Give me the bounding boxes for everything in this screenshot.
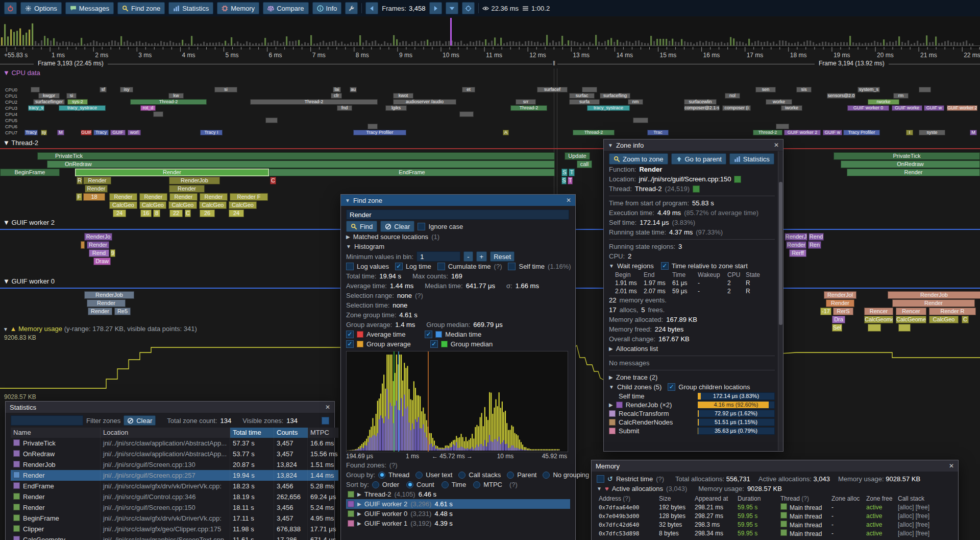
column-header-counts[interactable]: Counts <box>274 428 308 438</box>
legend-checkbox-group-average[interactable]: ✓ <box>346 340 354 348</box>
zone-beginframe[interactable]: BeginFrame <box>0 169 60 176</box>
search-input[interactable] <box>346 209 569 220</box>
time-relative-checkbox[interactable]: ✓ <box>661 262 669 270</box>
zone-surfaceflinger[interactable]: surfaceflinger <box>33 99 65 105</box>
zone-tracy-systrace[interactable]: tracy_systrace <box>59 105 106 111</box>
table-row-location[interactable]: jni/../jni/src/claw/application/Abstract… <box>101 438 230 449</box>
ignore-case-checkbox[interactable] <box>418 223 425 230</box>
zone-zone[interactable] <box>459 111 474 117</box>
zone-update[interactable]: Update <box>565 152 590 160</box>
zone-surfacewlin[interactable]: surfacewlin <box>684 99 717 105</box>
table-row-total-time[interactable]: 11.61 s <box>230 534 274 540</box>
zone-render[interactable]: Render <box>87 299 126 307</box>
zone-trac[interactable]: Trac <box>647 130 669 135</box>
table-row-location[interactable]: jni/../jni/src/guif/Screen.cpp:257 <box>101 470 230 481</box>
zone-guif-worke[interactable]: GUIF worke <box>892 105 922 111</box>
group-children-checkbox[interactable]: ✓ <box>668 383 675 391</box>
zone-sis[interactable]: sis <box>796 87 812 92</box>
call-stack[interactable]: [alloc] [free] <box>896 503 950 512</box>
zone-renderj[interactable]: RenderJ <box>785 233 807 241</box>
zone-guif-worker-2[interactable]: GUIF worker 2 <box>784 130 821 135</box>
table-row-total-time[interactable]: 18.11 s <box>230 502 274 513</box>
zone-24[interactable]: 24 <box>229 209 244 217</box>
zone-onredraw[interactable]: OnRedraw <box>841 160 980 168</box>
zone-t[interactable]: T <box>568 177 573 184</box>
zone-c[interactable]: C <box>270 177 276 184</box>
table-row-mtpc[interactable]: 1.44 ms <box>308 470 338 481</box>
table-row-location[interactable]: jni/../jni/src/claw/application/Abstract… <box>101 449 230 459</box>
column-header-location[interactable]: Location <box>101 428 230 438</box>
zone-render[interactable]: Render <box>892 299 975 307</box>
zone-si[interactable]: si <box>66 93 77 99</box>
zone-17[interactable]: -17 <box>820 308 831 315</box>
zone-22[interactable]: 22 <box>169 209 183 217</box>
close-icon[interactable]: ✕ <box>949 462 954 469</box>
memory-usage-header[interactable]: ▼ ▲ Memory usage (y-range: 178.27 KB, vi… <box>3 325 197 333</box>
zone-fnd[interactable]: fnd <box>337 105 352 111</box>
zone-render[interactable]: Render <box>83 177 111 184</box>
zone-calcgeo[interactable]: CalcGeo <box>929 316 959 323</box>
table-row-mtpc[interactable]: 69.24 μs <box>308 491 338 502</box>
thread-header-thread-2[interactable]: ▼ Thread-2 <box>3 139 38 147</box>
zone-9[interactable]: 9 <box>110 249 115 257</box>
radio-parent[interactable] <box>507 472 514 479</box>
zone-tracy-systrace[interactable]: tracy_systrace <box>587 105 630 111</box>
zone-guif[interactable]: GUIF <box>81 130 92 135</box>
collapse-arrow-icon[interactable]: ▼ <box>608 143 613 148</box>
child-zones-label[interactable]: Child zones (5) <box>617 382 662 392</box>
zone-m[interactable]: M <box>57 130 64 135</box>
zone-m[interactable]: M <box>970 130 977 135</box>
scrollbar-thumb[interactable] <box>779 182 782 325</box>
zone-rend[interactable]: Rend <box>89 249 109 257</box>
zone-rers[interactable]: RerS <box>833 308 853 315</box>
zone-calcgeo[interactable]: CalcGeo <box>229 201 257 209</box>
zone-guif-worker-0[interactable]: GUIF worker 0 <box>847 105 889 111</box>
zone-srr[interactable]: srr <box>516 99 536 105</box>
find-zone-titlebar[interactable]: ▼ Find zone ✕ <box>341 195 575 206</box>
zone-system-s[interactable]: system_s <box>857 87 880 92</box>
found-group-guif-worker-0[interactable]: ▶GUIF worker 0(3,231)4.48 s <box>346 509 570 519</box>
zone-worl[interactable]: worl <box>128 130 141 135</box>
zone-render[interactable]: Render <box>169 193 198 201</box>
zone-syste[interactable]: syste <box>919 130 945 135</box>
zone-kw[interactable]: kw <box>168 93 184 99</box>
call-stack[interactable]: [alloc] [free] <box>896 512 950 521</box>
zone-surfacef[interactable]: surfacef <box>537 87 568 92</box>
zone-surfa[interactable]: surfa <box>569 99 600 105</box>
zone-render[interactable]: Render <box>847 169 980 176</box>
allocation-address[interactable]: 0x7dfaa64e00 <box>597 503 657 512</box>
zone-tracy[interactable]: Tracy <box>93 130 109 135</box>
filter-input[interactable] <box>11 415 83 426</box>
zone-render-r[interactable]: Render R <box>929 308 976 315</box>
zone-rworke[interactable]: rworke <box>868 99 899 105</box>
table-row-location[interactable]: jni/../jni/src/claw/graphics/ScreenText.… <box>101 534 230 540</box>
collapse-arrow-icon[interactable]: ▼ <box>609 261 614 271</box>
legend-checkbox-median-time[interactable]: ✓ <box>425 331 432 338</box>
zone-render[interactable]: Render <box>109 193 137 201</box>
zone-render-f[interactable]: Render F <box>230 193 268 201</box>
zone-dra[interactable]: Dra <box>832 316 845 323</box>
table-row-location[interactable]: jni/../jni/src/claw/gfx/geo/Clipper.cpp:… <box>101 524 230 534</box>
zone-kwot[interactable]: kwot <box>393 93 413 99</box>
zone-composer-2-1-se-hw[interactable]: composer@2.1-se (HW <box>684 105 720 111</box>
expand-arrow-icon[interactable]: ▶ <box>357 489 361 499</box>
zone-draw[interactable]: Draw <box>93 257 111 265</box>
table-row-counts[interactable]: 676,838 <box>274 524 308 534</box>
zone-c[interactable]: C <box>185 209 191 217</box>
found-group-guif-worker-2[interactable]: ▶GUIF worker 2(3,296)4.61 s <box>346 499 570 509</box>
zone-guif-w[interactable]: GUIF w <box>924 105 944 111</box>
radio-no-grouping[interactable] <box>543 472 550 479</box>
zone-worke[interactable]: worke <box>766 99 792 105</box>
zone-t[interactable]: T <box>569 169 575 176</box>
collapse-arrow-icon[interactable]: ▼ <box>609 382 614 392</box>
zone-guif-w[interactable]: GUIF w <box>823 130 842 135</box>
child-zone-submit[interactable]: Submit35.63 μs (0.79%) <box>609 427 775 435</box>
zone-au[interactable]: au <box>350 87 357 92</box>
table-row-counts[interactable]: 3,457 <box>274 438 308 449</box>
zone-privatetick[interactable]: PrivateTick <box>37 152 555 160</box>
zone-zone[interactable] <box>265 118 278 123</box>
zone-rm[interactable]: rm <box>893 93 909 99</box>
zone-rot-d[interactable]: rot_d <box>140 105 156 111</box>
collapse-arrow-icon[interactable]: ▼ <box>3 326 8 332</box>
zone-calcgeome[interactable]: CalcGeome <box>864 316 893 323</box>
